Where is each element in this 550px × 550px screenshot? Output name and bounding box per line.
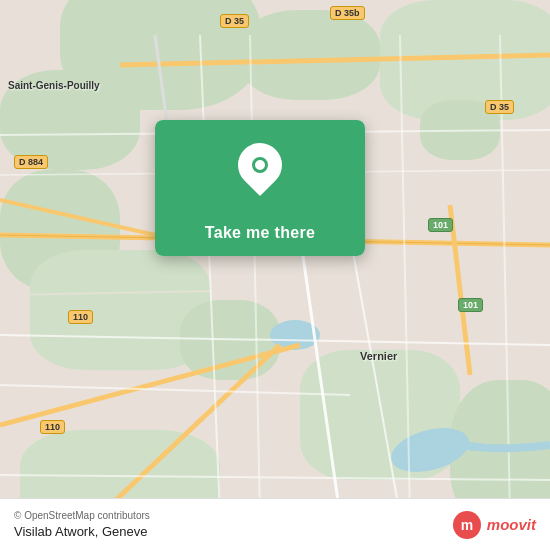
popup-header [155, 120, 365, 210]
road-badge-110-1: 110 [68, 310, 93, 324]
bottom-bar: © OpenStreetMap contributors Visilab Atw… [0, 498, 550, 550]
svg-line-19 [0, 475, 550, 480]
svg-line-15 [400, 35, 410, 515]
place-label-saint-genis: Saint-Genis-Pouilly [8, 80, 100, 91]
svg-line-12 [0, 385, 350, 395]
place-label-vernier: Vernier [360, 350, 397, 362]
svg-line-14 [250, 35, 260, 515]
svg-text:m: m [461, 517, 473, 533]
moovit-logo: m moovit [452, 510, 536, 540]
svg-line-10 [350, 235, 400, 515]
svg-line-13 [200, 35, 220, 515]
svg-line-5 [0, 285, 550, 295]
moovit-brand-text: moovit [487, 516, 536, 533]
svg-line-6 [0, 345, 300, 425]
road-badge-110-2: 110 [40, 420, 65, 434]
road-badge-d35-top: D 35 [220, 14, 249, 28]
pin-shape [229, 134, 291, 196]
road-badge-101-1: 101 [428, 218, 453, 232]
moovit-icon: m [452, 510, 482, 540]
pin-inner-circle [252, 157, 268, 173]
road-badge-d35-right: D 35 [485, 100, 514, 114]
popup-card: Take me there [155, 120, 365, 256]
place-name-label: Visilab Atwork, Geneve [14, 524, 150, 539]
map-attribution: © OpenStreetMap contributors [14, 510, 150, 521]
svg-line-8 [450, 205, 470, 375]
svg-line-9 [300, 235, 340, 515]
svg-line-2 [120, 55, 550, 65]
svg-line-7 [100, 345, 280, 515]
road-badge-101-2: 101 [458, 298, 483, 312]
map-background: D 35 D 35b D 35 D 884 101 101 110 110 Sa… [0, 0, 550, 550]
road-badge-d884: D 884 [14, 155, 48, 169]
road-badge-d35b: D 35b [330, 6, 365, 20]
location-pin-icon [238, 143, 282, 187]
map-container: D 35 D 35b D 35 D 884 101 101 110 110 Sa… [0, 0, 550, 550]
take-me-there-button[interactable]: Take me there [155, 210, 365, 256]
